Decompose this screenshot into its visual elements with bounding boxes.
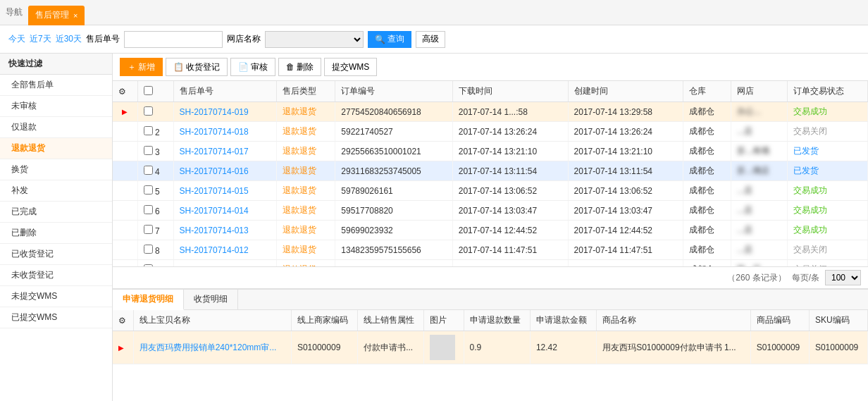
cell-shop: ...店	[731, 221, 788, 240]
row-arrow	[113, 201, 137, 221]
cell-order-id: 595177088​20	[335, 201, 452, 221]
cell-order-id: 27754520840656918	[335, 102, 452, 122]
table-row[interactable]: 4SH-20170714-016退款退货29311683253745005201…	[113, 161, 868, 181]
filter-last7[interactable]: 近7天	[30, 33, 51, 45]
cell-warehouse: 成都仓	[683, 122, 731, 142]
per-page-select[interactable]: 100 50 20	[825, 270, 861, 285]
cell-after-sale-type: 退款退货	[277, 240, 335, 260]
sidebar-item-resend[interactable]: 补发	[0, 180, 112, 202]
sidebar-item-exchange[interactable]: 换货	[0, 159, 112, 180]
content-area: ＋ 新增 📋 收货登记 📄 审核 🗑 删除 提交WMS	[113, 54, 868, 401]
search-button[interactable]: 🔍 查询	[368, 31, 411, 48]
bottom-table-header-row: ⚙ 线上宝贝名称 线上商家编码 线上销售属性 图片 申请退款数量 申请退款金额 …	[113, 310, 868, 331]
row-checkbox[interactable]	[144, 106, 153, 116]
cell-created-time: 2017-07-14 11:47:51	[568, 240, 683, 260]
bottom-table-row: ▶用友西玛费用报销单240*120mm审...S01000009付款申请书...…	[113, 331, 868, 364]
sidebar-item-refund-only[interactable]: 仅退款	[0, 117, 112, 138]
col-after-sale-id: 售后单号	[173, 81, 277, 102]
receipt-button[interactable]: 📋 收货登记	[166, 58, 228, 76]
col-type: 售后类型	[277, 81, 335, 102]
col-checkbox[interactable]	[137, 81, 173, 102]
cell-warehouse: 成都仓	[683, 161, 731, 181]
submit-wms-label: 提交WMS	[332, 61, 369, 73]
table-row[interactable]: 7SH-20170714-013退款退货596990239322017-07-1…	[113, 221, 868, 240]
delete-button[interactable]: 🗑 删除	[278, 58, 321, 76]
filter-last30[interactable]: 近30天	[56, 33, 82, 45]
row-checkbox[interactable]	[144, 126, 153, 135]
table-row[interactable]: 5SH-20170714-015退款退货597890261612017-07-1…	[113, 181, 868, 201]
tab-receipt-detail[interactable]: 收货明细	[184, 290, 238, 309]
bottom-commodity-name: 用友西玛S01000009付款申请书 1...	[597, 331, 751, 364]
btcol-gear[interactable]: ⚙	[113, 310, 133, 331]
cell-warehouse: 成都仓	[683, 260, 731, 267]
bottom-product-image	[424, 331, 464, 364]
sidebar-item-unaudited[interactable]: 未审核	[0, 96, 112, 117]
row-checkbox[interactable]	[144, 205, 153, 214]
bottom-commodity-code: S01000009	[750, 331, 809, 364]
row-checkbox-cell: 7	[137, 221, 173, 240]
cell-after-sale-id: SH-20170714-013	[173, 221, 277, 240]
nav-tab-after-sales[interactable]: 售后管理 ×	[28, 6, 85, 25]
row-checkbox[interactable]	[144, 166, 153, 175]
bottom-product-name: 用友西玛费用报销单240*120mm审...	[133, 331, 291, 364]
cell-after-sale-type: 退款退货	[277, 181, 335, 201]
cell-order-id: 13482359575155656	[335, 240, 452, 260]
sidebar-item-receipt-undone[interactable]: 未收货登记	[0, 265, 112, 286]
row-number: 2	[153, 128, 160, 137]
cell-order-id: 59699023932	[335, 221, 452, 240]
table-header-row: ⚙ 售后单号 售后类型 订单编号 下载时间 创建时间 仓库 网店 订单交易状态	[113, 81, 868, 102]
sidebar-item-receipt-done[interactable]: 已收货登记	[0, 244, 112, 265]
btcol-seller-code: 线上商家编码	[291, 310, 357, 331]
col-gear[interactable]: ⚙	[113, 81, 137, 102]
search-icon: 🔍	[375, 35, 385, 44]
cell-download-time: 2017-07-14 13:21:10	[452, 142, 568, 161]
table-row[interactable]: ▶SH-20170714-019退款退货27754520840656918201…	[113, 102, 868, 122]
table-row[interactable]: 6SH-20170714-014退款退货595177088​202017-07-…	[113, 201, 868, 221]
cell-download-time: 2017-07-14 11:46:14	[452, 260, 568, 267]
tab-refund-detail[interactable]: 申请退货明细	[113, 290, 184, 310]
cell-after-sale-type: 退款退货	[277, 201, 335, 221]
row-arrow	[113, 260, 137, 267]
sidebar-item-wms-submitted[interactable]: 已提交WMS	[0, 307, 112, 328]
btcol-refund-amount: 申请退款金额	[530, 310, 596, 331]
product-thumbnail	[430, 335, 455, 360]
btcol-img: 图片	[424, 310, 464, 331]
select-all-checkbox[interactable]	[144, 86, 153, 95]
table-row[interactable]: 3SH-20170714-017退款退货29255663510001021201…	[113, 142, 868, 161]
after-sale-number-input[interactable]	[124, 31, 223, 48]
col-trade-status: 订单交易状态	[788, 81, 868, 102]
row-checkbox[interactable]	[144, 185, 153, 195]
row-checkbox-cell: 6	[137, 201, 173, 221]
btcol-refund-qty: 申请退款数量	[464, 310, 530, 331]
row-checkbox[interactable]	[144, 245, 153, 254]
table-row[interactable]: 8SH-20170714-012退款退货13482359575155656201…	[113, 240, 868, 260]
cell-created-time: 2017-07-14 13:11:54	[568, 161, 683, 181]
sidebar-item-all[interactable]: 全部售后单	[0, 75, 112, 96]
audit-button[interactable]: 📄 审核	[230, 58, 275, 76]
table-row[interactable]: 9SH-20170714-011退款退货11867039442742533201…	[113, 260, 868, 267]
bottom-refund-amount: 12.42	[530, 331, 596, 364]
cell-download-time: 2017-07-14 13:11:54	[452, 161, 568, 181]
advanced-button[interactable]: 高级	[416, 31, 445, 48]
row-checkbox[interactable]	[144, 146, 153, 155]
cell-download-time: 2017-07-14 13:06:52	[452, 181, 568, 201]
sidebar-item-wms-pending[interactable]: 未提交WMS	[0, 286, 112, 307]
per-page-label: 每页/条	[792, 272, 819, 284]
cell-after-sale-id: SH-20170714-012	[173, 240, 277, 260]
row-number: 3	[153, 147, 160, 157]
close-icon[interactable]: ×	[73, 11, 78, 20]
shop-name-select[interactable]	[265, 31, 364, 48]
table-row[interactable]: 2SH-20170714-018退款退货592217405272017-07-1…	[113, 122, 868, 142]
submit-wms-button[interactable]: 提交WMS	[324, 58, 377, 76]
sidebar-item-completed[interactable]: 已完成	[0, 202, 112, 223]
cell-download-time: 2017-07-14 13:03:47	[452, 201, 568, 221]
filter-today[interactable]: 今天	[8, 33, 25, 45]
sidebar-item-refund-return[interactable]: 退款退货	[0, 138, 112, 159]
cell-download-time: 2017-07-14 1...:58	[452, 102, 568, 122]
row-checkbox[interactable]	[144, 225, 153, 234]
cell-shop: ...店	[731, 201, 788, 221]
sidebar-item-deleted[interactable]: 已删除	[0, 223, 112, 244]
delete-label: 删除	[297, 61, 314, 73]
nav-bar: 导航 售后管理 ×	[0, 0, 868, 25]
add-button[interactable]: ＋ 新增	[120, 58, 163, 76]
